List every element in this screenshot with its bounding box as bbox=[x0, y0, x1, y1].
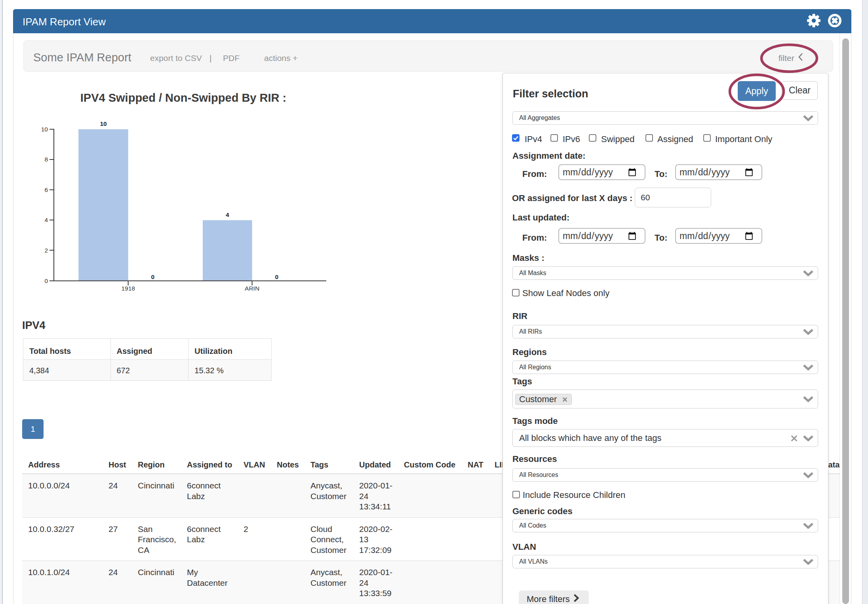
svg-text:0: 0 bbox=[275, 274, 279, 280]
svg-text:10: 10 bbox=[41, 126, 48, 133]
svg-text:4: 4 bbox=[44, 217, 48, 223]
svg-text:0: 0 bbox=[44, 277, 48, 284]
svg-text:4: 4 bbox=[226, 211, 229, 218]
svg-text:1918: 1918 bbox=[121, 285, 135, 292]
svg-text:ARIN: ARIN bbox=[245, 285, 259, 292]
svg-text:2: 2 bbox=[44, 247, 48, 254]
svg-text:0: 0 bbox=[151, 274, 154, 280]
svg-text:10: 10 bbox=[100, 120, 107, 127]
svg-text:6: 6 bbox=[44, 186, 48, 193]
svg-text:8: 8 bbox=[44, 156, 48, 163]
